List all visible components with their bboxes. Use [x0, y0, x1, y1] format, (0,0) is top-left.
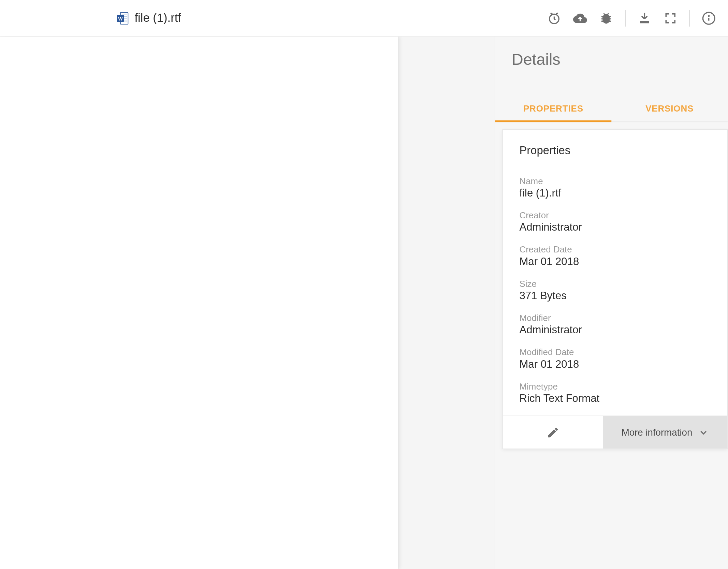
prop-value: 371 Bytes [519, 290, 711, 302]
svg-text:W: W [118, 16, 123, 21]
svg-rect-9 [640, 21, 649, 23]
details-panel: Details PROPERTIES VERSIONS Properties N… [495, 37, 728, 569]
header: W file (1).rtf [0, 0, 728, 37]
bug-icon[interactable] [599, 11, 613, 25]
edit-button[interactable] [503, 416, 603, 449]
prop-value: Administrator [519, 324, 711, 336]
properties-list: Name file (1).rtf Creator Administrator … [503, 163, 727, 415]
toolbar-divider [625, 10, 626, 26]
prop-name: Name file (1).rtf [519, 176, 711, 200]
document-page [0, 37, 398, 569]
tab-properties[interactable]: PROPERTIES [495, 93, 611, 122]
prop-label: Name [519, 176, 711, 186]
toolbar [547, 10, 716, 26]
prop-value: file (1).rtf [519, 187, 711, 199]
tab-versions[interactable]: VERSIONS [611, 93, 728, 122]
prop-value: Rich Text Format [519, 392, 711, 405]
chevron-down-icon [698, 427, 709, 438]
more-information-button[interactable]: More information [603, 416, 727, 449]
info-icon[interactable] [702, 11, 716, 25]
file-title-area: W file (1).rtf [117, 11, 181, 25]
prop-modified-date: Modified Date Mar 01 2018 [519, 347, 711, 370]
prop-created-date: Created Date Mar 01 2018 [519, 244, 711, 268]
cloud-upload-icon[interactable] [573, 11, 587, 25]
prop-label: Modifier [519, 313, 711, 323]
details-heading: Details [495, 37, 728, 75]
word-file-icon: W [117, 12, 129, 25]
fullscreen-icon[interactable] [664, 11, 678, 25]
prop-label: Creator [519, 210, 711, 220]
properties-card: Properties Name file (1).rtf Creator Adm… [502, 129, 728, 449]
prop-label: Size [519, 279, 711, 289]
pencil-icon [547, 426, 559, 439]
svg-point-12 [709, 15, 709, 16]
file-name: file (1).rtf [134, 11, 181, 25]
card-footer: More information [503, 415, 727, 449]
tabs: PROPERTIES VERSIONS [495, 93, 728, 122]
prop-modifier: Modifier Administrator [519, 313, 711, 336]
card-title: Properties [503, 130, 727, 163]
prop-mimetype: Mimetype Rich Text Format [519, 381, 711, 405]
prop-value: Mar 01 2018 [519, 256, 711, 268]
prop-value: Mar 01 2018 [519, 358, 711, 370]
prop-label: Created Date [519, 244, 711, 254]
prop-label: Mimetype [519, 381, 711, 391]
prop-size: Size 371 Bytes [519, 279, 711, 302]
toolbar-divider [689, 10, 690, 26]
clock-icon[interactable] [547, 11, 562, 25]
prop-label: Modified Date [519, 347, 711, 357]
document-viewer[interactable] [0, 37, 495, 569]
download-icon[interactable] [637, 11, 652, 25]
prop-creator: Creator Administrator [519, 210, 711, 234]
more-info-label: More information [622, 427, 693, 438]
prop-value: Administrator [519, 221, 711, 234]
